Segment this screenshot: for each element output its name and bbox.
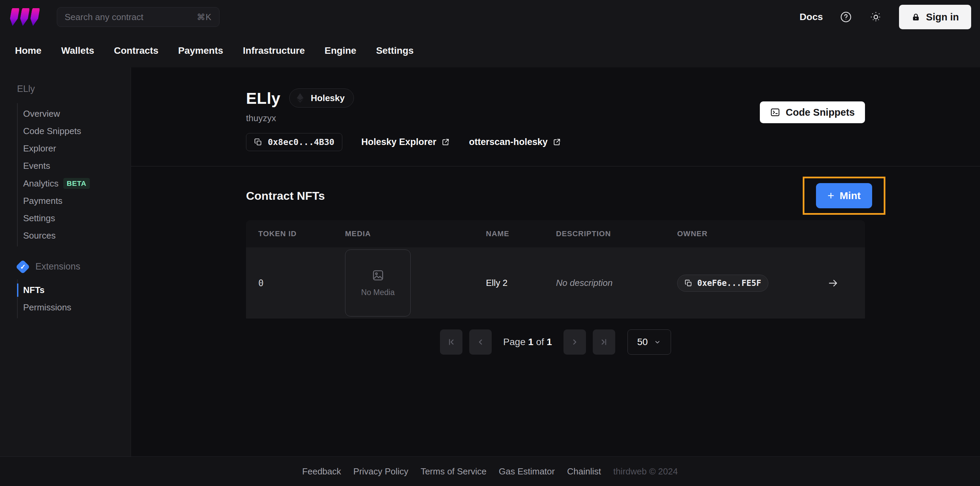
lock-icon xyxy=(911,13,920,22)
nav-tab-settings[interactable]: Settings xyxy=(376,45,414,56)
copy-icon xyxy=(684,279,692,287)
nfts-table: TOKEN ID MEDIA NAME DESCRIPTION OWNER 0 xyxy=(246,220,865,319)
sidebar-item-explorer[interactable]: Explorer xyxy=(18,140,130,157)
sidebar-item-payments[interactable]: Payments xyxy=(18,192,130,210)
chevron-left-icon xyxy=(476,337,485,347)
footer-link-feedback[interactable]: Feedback xyxy=(302,466,341,477)
col-header-name: NAME xyxy=(474,229,544,238)
image-icon xyxy=(372,269,385,282)
previous-page-button[interactable] xyxy=(469,330,492,355)
search-input[interactable] xyxy=(65,12,197,22)
nav-tab-infrastructure[interactable]: Infrastructure xyxy=(243,45,305,56)
mint-button[interactable]: + Mint xyxy=(816,183,872,208)
external-link-icon xyxy=(441,138,450,147)
footer-link-privacy-policy[interactable]: Privacy Policy xyxy=(353,466,408,477)
help-icon xyxy=(840,11,852,23)
sidebar-item-settings[interactable]: Settings xyxy=(18,210,130,227)
sun-icon xyxy=(870,11,882,23)
contract-title: ELly xyxy=(246,89,280,108)
terminal-icon xyxy=(770,107,780,118)
extensions-diamond-icon: ✓ xyxy=(16,259,30,274)
code-snippets-button[interactable]: Code Snippets xyxy=(760,101,865,123)
extensions-header: ✓ Extensions xyxy=(17,261,130,272)
docs-link[interactable]: Docs xyxy=(800,11,823,22)
contract-search[interactable]: ⌘K xyxy=(57,7,220,27)
first-page-button[interactable] xyxy=(440,330,463,355)
main-content: ELly Holesky thuyzyx 0x8ec0...4B30 xyxy=(130,67,980,456)
sidebar-item-sources[interactable]: Sources xyxy=(18,227,130,244)
nav-tab-engine[interactable]: Engine xyxy=(325,45,356,56)
help-button[interactable] xyxy=(839,10,853,24)
no-media-label: No Media xyxy=(361,288,395,297)
sidebar-item-permissions[interactable]: Permissions xyxy=(18,299,130,316)
pagination: Page 1 of 1 50 xyxy=(246,330,865,355)
col-header-owner: OWNER xyxy=(665,229,801,238)
primary-nav: Home Wallets Contracts Payments Infrastr… xyxy=(0,34,980,67)
token-id-value: 0 xyxy=(258,278,264,288)
last-page-icon xyxy=(599,337,609,347)
network-badge[interactable]: Holesky xyxy=(289,89,354,108)
ethereum-icon xyxy=(294,92,306,104)
nav-tab-payments[interactable]: Payments xyxy=(178,45,223,56)
col-header-token-id: TOKEN ID xyxy=(246,229,333,238)
external-link-icon xyxy=(552,138,561,147)
copy-owner-address-button[interactable]: 0xeF6e...FE5F xyxy=(677,275,768,292)
nav-tab-wallets[interactable]: Wallets xyxy=(61,45,94,56)
footer-link-gas-estimator[interactable]: Gas Estimator xyxy=(499,466,555,477)
top-header: ⌘K Docs Sign in xyxy=(0,0,980,34)
plus-icon: + xyxy=(827,190,834,201)
footer: Feedback Privacy Policy Terms of Service… xyxy=(0,456,980,486)
sidebar-nav-group: Overview Code Snippets Explorer Events A… xyxy=(17,103,130,246)
extensions-nav-group: NFTs Permissions xyxy=(17,279,130,318)
sidebar-item-analytics[interactable]: Analytics BETA xyxy=(18,175,130,192)
copyright-text: thirdweb © 2024 xyxy=(613,466,678,477)
nft-description: No description xyxy=(556,278,612,288)
table-row[interactable]: 0 No Media Elly 2 xyxy=(246,247,865,319)
col-header-description: DESCRIPTION xyxy=(544,229,665,238)
chevron-right-icon xyxy=(570,337,580,347)
mint-button-highlight-annotation: + Mint xyxy=(803,177,885,215)
sign-in-button[interactable]: Sign in xyxy=(899,5,971,29)
page-size-select[interactable]: 50 xyxy=(627,330,671,355)
contract-sidebar: ELly Overview Code Snippets Explorer Eve… xyxy=(0,67,130,456)
col-header-media: MEDIA xyxy=(333,229,474,238)
sidebar-item-events[interactable]: Events xyxy=(18,157,130,175)
next-page-button[interactable] xyxy=(563,330,586,355)
nft-media-placeholder: No Media xyxy=(345,249,411,317)
theme-toggle-button[interactable] xyxy=(869,10,883,24)
nft-name: Elly 2 xyxy=(486,278,508,288)
last-page-button[interactable] xyxy=(593,330,615,355)
row-detail-arrow-button[interactable] xyxy=(827,277,839,289)
copy-contract-address-button[interactable]: 0x8ec0...4B30 xyxy=(246,133,342,151)
search-shortcut-hint: ⌘K xyxy=(197,12,212,22)
holesky-explorer-link[interactable]: Holesky Explorer xyxy=(361,137,450,147)
beta-badge: BETA xyxy=(63,178,90,189)
copy-icon xyxy=(254,138,262,147)
nav-tab-home[interactable]: Home xyxy=(15,45,41,56)
thirdweb-logo-icon[interactable] xyxy=(10,8,38,26)
sidebar-item-code-snippets[interactable]: Code Snippets xyxy=(18,123,130,140)
footer-link-chainlist[interactable]: Chainlist xyxy=(567,466,601,477)
sidebar-contract-name: ELly xyxy=(17,84,130,94)
sidebar-item-nfts[interactable]: NFTs xyxy=(18,282,130,299)
footer-link-terms-of-service[interactable]: Terms of Service xyxy=(421,466,487,477)
otterscan-holesky-link[interactable]: otterscan-holesky xyxy=(469,137,561,147)
section-title: Contract NFTs xyxy=(246,189,325,202)
first-page-icon xyxy=(446,337,456,347)
nav-tab-contracts[interactable]: Contracts xyxy=(114,45,159,56)
table-header-row: TOKEN ID MEDIA NAME DESCRIPTION OWNER xyxy=(246,220,865,247)
contract-header: ELly Holesky thuyzyx 0x8ec0...4B30 xyxy=(131,67,980,166)
page-indicator: Page 1 of 1 xyxy=(503,336,552,347)
arrow-right-icon xyxy=(827,277,839,289)
sidebar-item-overview[interactable]: Overview xyxy=(18,105,130,123)
contract-nfts-section: Contract NFTs + Mint TOKEN ID MEDIA NAME… xyxy=(131,166,980,355)
chevron-down-icon xyxy=(653,338,662,346)
